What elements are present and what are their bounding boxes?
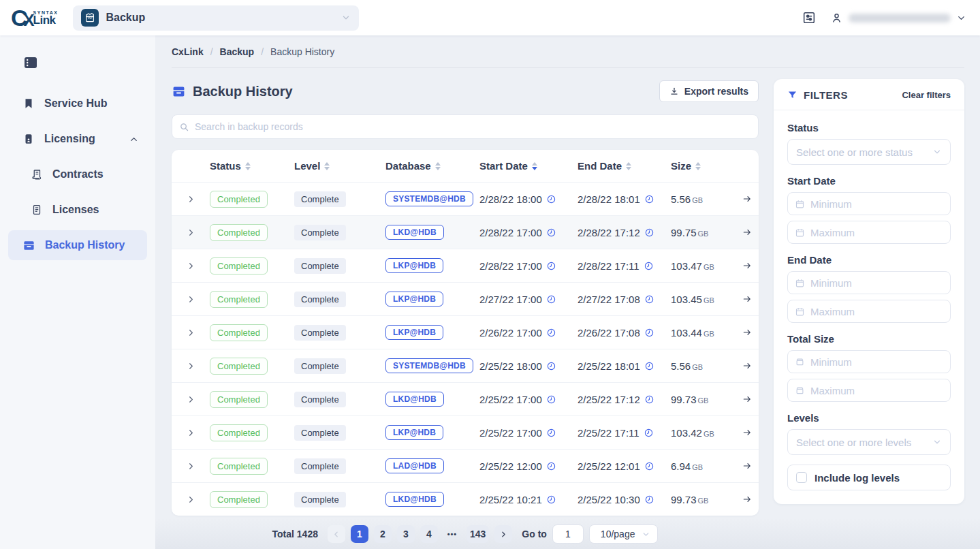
start-date-max-input[interactable]: [787, 221, 951, 244]
status-filter-label: Status: [787, 122, 951, 134]
expand-row-icon[interactable]: [172, 194, 210, 204]
table-row[interactable]: Completed Complete LKD@HDB 2/28/22 17:00…: [172, 215, 759, 249]
total-size-max-input[interactable]: B: [787, 379, 951, 402]
sidebar-item-contracts[interactable]: Contracts: [8, 159, 147, 189]
breadcrumb-backup[interactable]: Backup: [220, 46, 255, 57]
sort-icon: [435, 162, 441, 170]
search-input[interactable]: [195, 121, 751, 132]
sidebar-item-label: Backup History: [45, 239, 125, 251]
table-row[interactable]: Completed Complete SYSTEMDB@HDB 2/25/22 …: [172, 349, 759, 382]
start-date-cell: 2/28/22 18:00: [479, 193, 578, 205]
page-button-1[interactable]: 1: [351, 525, 368, 543]
size-cell: 99.73GB: [671, 494, 736, 505]
sidebar-item-backup-history[interactable]: Backup History: [8, 230, 147, 260]
open-record-arrow-icon[interactable]: [736, 327, 759, 338]
search-box: [172, 114, 759, 139]
open-record-arrow-icon[interactable]: [736, 394, 759, 405]
table-row[interactable]: Completed Complete SYSTEMDB@HDB 2/28/22 …: [172, 182, 759, 215]
user-menu[interactable]: [830, 12, 966, 25]
open-record-arrow-icon[interactable]: [736, 360, 759, 371]
column-header-status[interactable]: Status: [210, 160, 294, 172]
clock-icon: [546, 461, 556, 471]
column-header-database[interactable]: Database: [385, 160, 479, 172]
page-size-value: 10/page: [601, 529, 635, 539]
include-log-levels-checkbox[interactable]: [796, 472, 807, 483]
expand-row-icon[interactable]: [172, 394, 210, 405]
expand-row-icon[interactable]: [172, 495, 210, 505]
clear-filters-button[interactable]: Clear filters: [902, 90, 951, 100]
include-log-levels-toggle[interactable]: Include log levels: [787, 465, 951, 490]
expand-row-icon[interactable]: [172, 261, 210, 271]
page-button-2[interactable]: 2: [374, 525, 392, 543]
chevron-up-icon[interactable]: [129, 134, 139, 144]
level-badge: Complete: [294, 325, 346, 341]
sidebar-item-label: Licensing: [44, 133, 95, 145]
expand-row-icon[interactable]: [172, 461, 210, 471]
expand-row-icon[interactable]: [172, 361, 210, 371]
sidebar-collapse-icon[interactable]: [22, 54, 147, 71]
end-date-min-input[interactable]: [787, 271, 951, 294]
table-row[interactable]: Completed Complete LKP@HDB 2/25/22 17:00…: [172, 415, 759, 449]
database-chip[interactable]: LKP@HDB: [385, 258, 443, 273]
inbox-icon: [172, 84, 186, 99]
open-record-arrow-icon[interactable]: [736, 260, 759, 271]
database-chip[interactable]: LKD@HDB: [385, 492, 444, 507]
table-row[interactable]: Completed Complete LKP@HDB 2/27/22 17:00…: [172, 282, 759, 315]
start-date-cell: 2/28/22 17:00: [479, 227, 578, 238]
start-date-cell: 2/25/22 10:21: [479, 494, 578, 505]
database-chip[interactable]: LAD@HDB: [385, 458, 444, 473]
column-header-end-date[interactable]: End Date: [578, 160, 671, 172]
table-row[interactable]: Completed Complete LKD@HDB 2/25/22 17:00…: [172, 382, 759, 415]
database-chip[interactable]: LKP@HDB: [385, 292, 443, 307]
goto-page-input[interactable]: [552, 524, 584, 544]
expand-row-icon[interactable]: [172, 294, 210, 304]
database-chip[interactable]: LKD@HDB: [385, 225, 444, 240]
table-row[interactable]: Completed Complete LAD@HDB 2/25/22 12:00…: [172, 449, 759, 482]
table-row[interactable]: Completed Complete LKP@HDB 2/26/22 17:00…: [172, 315, 759, 349]
pagination: Total 1428 1234•••143 Go to 10/page: [172, 524, 759, 544]
database-chip[interactable]: LKP@HDB: [385, 425, 443, 440]
table-row[interactable]: Completed Complete LKD@HDB 2/25/22 10:21…: [172, 482, 759, 516]
export-results-button[interactable]: Export results: [659, 80, 759, 102]
open-record-arrow-icon[interactable]: [736, 427, 759, 438]
database-chip[interactable]: LKP@HDB: [385, 325, 443, 340]
breadcrumb-cxlink[interactable]: CxLink: [172, 46, 204, 57]
column-header-level[interactable]: Level: [294, 160, 385, 172]
database-chip[interactable]: SYSTEMDB@HDB: [385, 358, 473, 373]
page-button-4[interactable]: 4: [420, 525, 438, 543]
expand-row-icon[interactable]: [172, 328, 210, 338]
start-date-cell: 2/27/22 17:00: [479, 294, 578, 305]
open-record-arrow-icon[interactable]: [736, 460, 759, 471]
open-record-arrow-icon[interactable]: [736, 227, 759, 238]
page-button-3[interactable]: 3: [397, 525, 415, 543]
next-page-button[interactable]: [494, 525, 512, 543]
status-badge: Completed: [210, 391, 268, 408]
start-date-min-input[interactable]: [787, 192, 951, 215]
level-badge: Complete: [294, 425, 346, 441]
status-badge: Completed: [210, 458, 268, 475]
page-size-select[interactable]: 10/page: [589, 524, 659, 544]
open-record-arrow-icon[interactable]: [736, 294, 759, 304]
expand-row-icon[interactable]: [172, 428, 210, 438]
status-filter-select[interactable]: Select one or more status: [787, 139, 951, 165]
column-header-start-date[interactable]: Start Date: [479, 160, 578, 172]
app-switcher-dropdown[interactable]: Backup: [73, 5, 359, 31]
table-row[interactable]: Completed Complete LKP@HDB 2/28/22 17:00…: [172, 249, 759, 282]
expand-row-icon[interactable]: [172, 228, 210, 238]
database-chip[interactable]: SYSTEMDB@HDB: [385, 191, 473, 206]
database-chip[interactable]: LKD@HDB: [385, 392, 444, 407]
page-button-143[interactable]: 143: [467, 525, 489, 543]
column-header-size[interactable]: Size: [671, 160, 736, 172]
open-record-arrow-icon[interactable]: [736, 193, 759, 204]
previous-page-button[interactable]: [328, 525, 345, 543]
sidebar-item-licenses[interactable]: Licenses: [8, 195, 147, 225]
end-date-max-input[interactable]: [787, 300, 951, 323]
sidebar-item-label: Service Hub: [44, 97, 107, 110]
total-size-min-input[interactable]: B: [787, 350, 951, 373]
open-record-arrow-icon[interactable]: [736, 494, 759, 505]
levels-filter-select[interactable]: Select one or more levels: [787, 429, 951, 455]
sidebar-item-service-hub[interactable]: Service Hub: [8, 89, 147, 119]
sidebar-item-licensing[interactable]: Licensing: [8, 124, 147, 154]
preferences-icon[interactable]: [802, 10, 817, 25]
cxlink-logo[interactable]: C X SYNTAX Link: [11, 5, 58, 31]
